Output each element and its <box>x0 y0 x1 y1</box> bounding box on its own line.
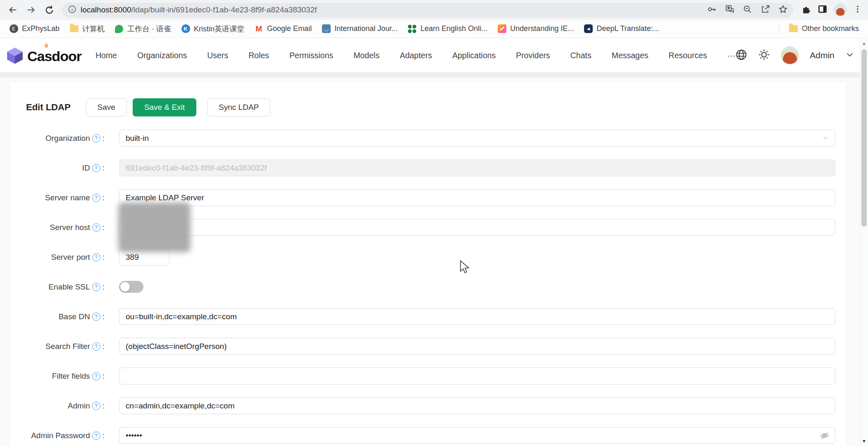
form-row-enable-ssl: Enable SSL ? : <box>10 278 846 295</box>
eye-invisible-icon[interactable] <box>820 431 830 442</box>
help-icon[interactable]: ? <box>92 134 100 142</box>
bookmark-item[interactable]: Understanding IE... <box>493 22 578 36</box>
deepl-icon: ◄ <box>584 24 593 33</box>
casdoor-logo[interactable]: Casdoor ♛ <box>6 46 81 64</box>
admin-password-input[interactable] <box>119 427 835 444</box>
info-icon[interactable] <box>68 5 76 15</box>
url-bar[interactable]: localhost:8000/ldap/built-in/691edec0-f1… <box>62 3 794 17</box>
user-name[interactable]: Admin <box>810 50 835 60</box>
save-exit-button[interactable]: Save & Exit <box>133 98 196 116</box>
form-row-filter-fields: Filter fields ? : <box>10 368 846 384</box>
ldap-form: Organization ? : built-in ID ? : <box>10 130 846 444</box>
help-icon[interactable]: ? <box>92 283 100 291</box>
field-label: Filter fields <box>52 372 90 381</box>
id-input <box>119 159 835 176</box>
nav-item-organizations[interactable]: Organizations <box>137 51 187 60</box>
nav-item-roles[interactable]: Roles <box>248 51 269 60</box>
form-row-server-host: Server host ? : <box>10 219 846 236</box>
help-icon[interactable]: ? <box>92 372 100 380</box>
nav-item-more[interactable]: ··· <box>727 51 735 60</box>
scrollbar-up-icon[interactable]: ▲ <box>860 39 868 47</box>
navbar-shadow <box>0 72 860 77</box>
admin-dn-input[interactable] <box>119 397 835 414</box>
field-label: Admin <box>68 401 90 410</box>
bookmark-label: Google Email <box>267 24 312 33</box>
bookmark-item[interactable]: E ExPhysLab <box>5 22 64 36</box>
url-path: /ldap/built-in/691edec0-f1ab-4e23-8f9f-a… <box>131 5 317 14</box>
filter-fields-input[interactable] <box>119 368 835 384</box>
sun-icon[interactable] <box>758 49 770 62</box>
journal-icon: ◡ <box>322 24 331 33</box>
help-icon[interactable]: ? <box>92 402 100 410</box>
bookmark-label: Kristin英语课堂 <box>194 24 244 34</box>
form-row-search-filter: Search Filter ? : <box>10 338 846 355</box>
bookmark-item[interactable]: ◡ International Jour... <box>317 22 402 36</box>
help-icon[interactable]: ? <box>92 194 100 202</box>
server-name-input[interactable] <box>119 189 835 206</box>
bookmark-item[interactable]: 工作台 · 语雀 <box>110 22 175 36</box>
nav-item-providers[interactable]: Providers <box>516 51 550 60</box>
forward-icon[interactable] <box>22 1 40 19</box>
bookmark-label: 工作台 · 语雀 <box>127 24 171 34</box>
other-bookmarks-button[interactable]: Other bookmarks <box>785 22 863 36</box>
side-panel-icon[interactable] <box>818 4 827 16</box>
nav-item-permissions[interactable]: Permissions <box>289 51 333 60</box>
nav-item-resources[interactable]: Resources <box>669 51 707 60</box>
nav-item-messages[interactable]: Messages <box>612 51 649 60</box>
back-icon[interactable] <box>4 1 21 19</box>
nav-item-models[interactable]: Models <box>353 51 379 60</box>
sync-ldap-button[interactable]: Sync LDAP <box>207 98 270 116</box>
zoom-out-icon[interactable] <box>743 5 752 16</box>
reload-icon[interactable] <box>41 1 58 19</box>
key-icon[interactable] <box>707 5 717 16</box>
base-dn-input[interactable] <box>119 308 835 325</box>
bookmark-item[interactable]: M Google Email <box>250 22 316 36</box>
star-icon[interactable] <box>778 5 788 16</box>
help-icon[interactable]: ? <box>92 342 100 351</box>
scrollbar-down-icon[interactable]: ▼ <box>860 437 868 445</box>
field-label: Base DN <box>59 312 90 321</box>
casdoor-cube-icon <box>6 46 24 64</box>
search-filter-input[interactable] <box>119 338 835 355</box>
field-label: Server name <box>45 193 90 202</box>
edit-ldap-card: Edit LDAP Save Save & Exit Sync LDAP Org… <box>9 81 847 446</box>
scrollbar-thumb[interactable] <box>861 49 867 227</box>
extensions-icon[interactable] <box>801 4 811 16</box>
save-button[interactable]: Save <box>86 98 127 116</box>
nav-item-applications[interactable]: Applications <box>452 51 496 60</box>
globe-icon[interactable] <box>735 49 747 62</box>
translate-icon[interactable] <box>725 5 734 16</box>
server-host-input[interactable] <box>119 219 835 236</box>
help-icon[interactable]: ? <box>92 432 100 440</box>
nav-item-users[interactable]: Users <box>207 51 228 60</box>
field-label: Server host <box>50 223 90 232</box>
chevron-down-icon[interactable] <box>845 50 854 61</box>
nav-item-home[interactable]: Home <box>95 51 117 60</box>
enable-ssl-toggle[interactable] <box>119 281 143 293</box>
help-icon[interactable]: ? <box>92 164 100 172</box>
bookmark-item[interactable]: ◄ DeepL Translate:... <box>579 22 663 36</box>
share-icon[interactable] <box>761 5 770 16</box>
form-row-id: ID ? : <box>10 159 846 176</box>
nav-item-adapters[interactable]: Adapters <box>400 51 432 60</box>
gmail-icon: M <box>254 24 263 33</box>
url-text[interactable]: localhost:8000/ldap/built-in/691edec0-f1… <box>81 5 702 14</box>
form-row-admin-password: Admin Password ? : <box>10 427 846 444</box>
page-scrollbar[interactable]: ▲ ▼ <box>860 38 868 446</box>
crown-icon: ♛ <box>44 42 49 49</box>
organization-select[interactable]: built-in <box>119 130 835 147</box>
menu-kebab-icon[interactable] <box>853 5 862 15</box>
bookmark-item[interactable]: 计算机 <box>65 22 109 36</box>
field-label: Enable SSL <box>48 282 90 292</box>
bookmarks-bar: E ExPhysLab 计算机 工作台 · 语雀 K Kristin英语课堂 M… <box>0 20 868 38</box>
help-icon[interactable]: ? <box>92 313 100 321</box>
help-icon[interactable]: ? <box>92 253 100 261</box>
profile-avatar[interactable] <box>834 4 847 16</box>
bookmark-item[interactable]: K Kristin英语课堂 <box>177 22 248 36</box>
folder-icon <box>69 24 79 33</box>
toggle-knob <box>120 282 130 292</box>
help-icon[interactable]: ? <box>92 223 100 232</box>
user-avatar[interactable] <box>781 46 799 64</box>
bookmark-item[interactable]: Learn English Onli... <box>403 22 491 36</box>
nav-item-chats[interactable]: Chats <box>570 51 591 60</box>
